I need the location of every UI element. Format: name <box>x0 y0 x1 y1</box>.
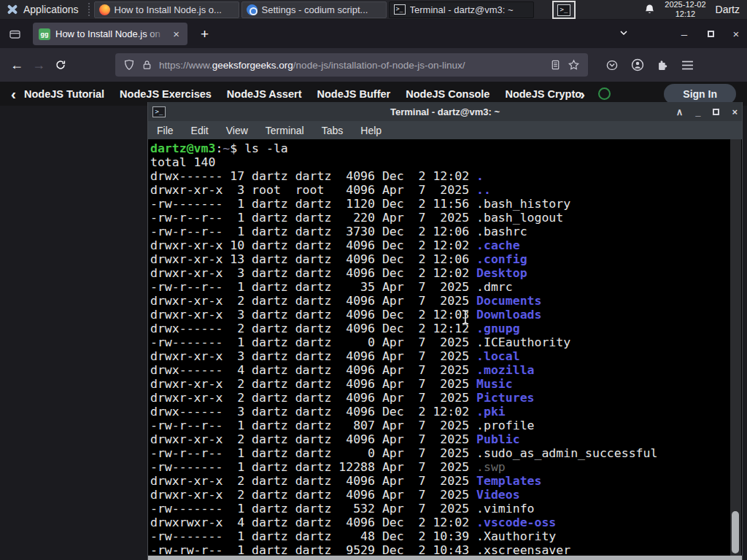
reload-button[interactable] <box>50 54 71 76</box>
file-name: Documents <box>476 294 541 308</box>
taskbar-item[interactable]: >_Terminal - dartz@vm3: ~ <box>389 1 534 18</box>
forward-button[interactable]: → <box>28 54 50 76</box>
file-name: .cache <box>476 238 520 252</box>
panel-user-label[interactable]: Dartz <box>716 4 740 15</box>
applications-menu-button[interactable]: Applications <box>0 0 85 19</box>
list-all-tabs-chevron-icon[interactable] <box>618 27 630 39</box>
new-tab-button[interactable]: + <box>196 26 213 42</box>
file-name: Videos <box>476 488 520 502</box>
file-name: .gnupg <box>476 322 520 335</box>
terminal-line: -rw-r--r-- 1 dartz dartz 35 Apr 7 2025 .… <box>150 280 742 294</box>
terminal-line: drwxr-xr-x 3 dartz dartz 4096 Dec 2 12:0… <box>150 266 742 280</box>
site-nav-items: NodeJS TutorialNodeJS ExercisesNodeJS As… <box>24 88 586 100</box>
pocket-icon[interactable] <box>605 59 619 71</box>
file-name: Desktop <box>476 266 527 280</box>
panel-clock[interactable]: 2025-12-02 12:12 <box>665 0 705 18</box>
site-nav-link[interactable]: NodeJS Tutorial <box>24 88 104 100</box>
menu-tabs[interactable]: Tabs <box>322 125 344 136</box>
lock-icon[interactable] <box>142 59 152 71</box>
tray-terminal-launcher[interactable]: >_ <box>552 1 576 19</box>
terminal-scrollbar[interactable] <box>730 139 741 556</box>
bookmark-star-icon[interactable] <box>568 59 580 71</box>
line-permissions: drwxr-xr-x 2 dartz dartz 4096 Apr 7 2025 <box>150 391 476 405</box>
browser-maximize-button[interactable] <box>701 26 720 42</box>
line-permissions: -rw-r--r-- 1 dartz dartz 0 Apr 7 2025 <box>150 446 476 460</box>
nav-scroll-right-chevron-icon[interactable]: › <box>580 86 585 101</box>
terminal-resize-edge[interactable] <box>148 556 742 560</box>
terminal-listing: drwx------ 17 dartz dartz 4096 Dec 2 12:… <box>150 169 742 556</box>
tab-close-icon[interactable]: × <box>171 28 182 40</box>
file-name: .bash_history <box>476 197 570 211</box>
terminal-line: drwxr-xr-x 3 dartz dartz 4096 Dec 2 12:0… <box>150 308 742 322</box>
file-name: .bash_logout <box>476 211 563 225</box>
taskbar-item-label: Terminal - dartz@vm3: ~ <box>410 4 514 15</box>
file-name: Pictures <box>476 391 534 405</box>
taskbar-item[interactable]: How to Install Node.js o... <box>94 1 239 18</box>
file-name: Public <box>476 432 520 446</box>
url-path: /node-js/installation-of-node-js-on-linu… <box>293 60 465 71</box>
notification-bell-icon[interactable] <box>644 4 655 15</box>
sign-in-button[interactable]: Sign In <box>664 84 736 104</box>
firefox-icon <box>99 4 110 15</box>
terminal-line: -rw-r--r-- 1 dartz dartz 807 Apr 7 2025 … <box>150 419 742 432</box>
site-nav-link[interactable]: NodeJS Buffer <box>317 88 390 100</box>
terminal-line: drwxr-xr-x 2 dartz dartz 4096 Apr 7 2025… <box>150 474 742 488</box>
browser-tab-active[interactable]: gg How to Install Node.js on × <box>33 23 187 45</box>
terminal-menubar: FileEditViewTerminalTabsHelp <box>148 121 742 139</box>
terminal-minimize-button[interactable]: _ <box>695 106 700 117</box>
terminal-scrollbar-thumb[interactable] <box>732 511 739 553</box>
browser-minimize-button[interactable]: – <box>675 26 694 42</box>
menu-terminal[interactable]: Terminal <box>266 125 304 136</box>
firefox-view-icon[interactable] <box>9 28 21 40</box>
taskbar-item[interactable]: Settings - codium script... <box>241 1 387 18</box>
terminal-line: drwx------ 17 dartz dartz 4096 Dec 2 12:… <box>150 169 742 183</box>
terminal-close-button[interactable]: × <box>732 106 738 117</box>
file-name: .xscreensaver <box>476 543 570 556</box>
tracking-protection-shield-icon[interactable] <box>123 59 135 71</box>
line-permissions: -rw-r--r-- 1 dartz dartz 3730 Dec 2 12:0… <box>150 225 476 238</box>
line-permissions: -rw------- 1 dartz dartz 0 Apr 7 2025 <box>150 335 476 349</box>
tab-title: How to Install Node.js on <box>55 28 166 39</box>
file-name: .swp <box>476 460 506 474</box>
terminal-title-bar[interactable]: >_ Terminal - dartz@vm3: ~ ∧ _ × <box>148 102 742 121</box>
terminal-maximize-button[interactable] <box>713 109 719 115</box>
reader-mode-icon[interactable] <box>550 59 561 71</box>
menu-view[interactable]: View <box>226 125 248 136</box>
terminal-body[interactable]: dartz@vm3:~$ ls -la total 140 drwx------… <box>148 139 742 556</box>
line-permissions: drwxr-xr-x 2 dartz dartz 4096 Apr 7 2025 <box>150 294 476 308</box>
toolbar-extension-area <box>605 58 694 71</box>
site-nav-link[interactable]: NodeJS Crypto <box>505 88 581 100</box>
terminal-line: drwxr-xr-x 2 dartz dartz 4096 Apr 7 2025… <box>150 377 742 391</box>
terminal-shade-button[interactable]: ∧ <box>676 106 684 117</box>
panel-separator <box>88 3 91 16</box>
search-icon[interactable] <box>598 88 611 100</box>
terminal-line: -rw------- 1 dartz dartz 12288 Apr 7 202… <box>150 460 742 474</box>
url-text[interactable]: https://www.geeksforgeeks.org/node-js/in… <box>159 60 543 71</box>
extensions-puzzle-icon[interactable] <box>657 59 669 71</box>
nav-scroll-left-chevron-icon[interactable]: ‹ <box>11 86 16 101</box>
browser-tab-bar: gg How to Install Node.js on × + – × <box>0 20 747 48</box>
xfce-logo-icon <box>7 4 18 15</box>
file-name: .. <box>476 183 491 197</box>
line-permissions: drwx------ 3 dartz dartz 4096 Dec 2 12:0… <box>150 405 476 419</box>
browser-close-button[interactable]: × <box>727 26 746 42</box>
terminal-line: drwx------ 4 dartz dartz 4096 Apr 7 2025… <box>150 363 742 377</box>
hamburger-menu-icon[interactable] <box>681 60 694 71</box>
panel-status-area: 2025-12-02 12:12 Dartz <box>644 0 747 18</box>
account-icon[interactable] <box>631 58 644 71</box>
url-bar[interactable]: https://www.geeksforgeeks.org/node-js/in… <box>115 53 588 77</box>
menu-file[interactable]: File <box>157 125 174 136</box>
file-name: . <box>476 169 484 183</box>
site-nav-link[interactable]: NodeJS Console <box>406 88 489 100</box>
geeksforgeeks-favicon: gg <box>39 28 50 40</box>
line-permissions: drwx------ 2 dartz dartz 4096 Dec 2 12:1… <box>150 322 476 335</box>
terminal-line: -rw-r--r-- 1 dartz dartz 3730 Dec 2 12:0… <box>150 225 742 238</box>
site-nav-link[interactable]: NodeJS Assert <box>227 88 302 100</box>
file-name: .config <box>476 252 527 266</box>
taskbar-item-label: How to Install Node.js o... <box>115 4 222 15</box>
line-permissions: -rw------- 1 dartz dartz 48 Dec 2 10:39 <box>150 529 476 543</box>
site-nav-link[interactable]: NodeJS Exercises <box>120 88 212 100</box>
menu-help[interactable]: Help <box>360 125 382 136</box>
back-button[interactable]: ← <box>6 54 28 76</box>
menu-edit[interactable]: Edit <box>191 125 209 136</box>
